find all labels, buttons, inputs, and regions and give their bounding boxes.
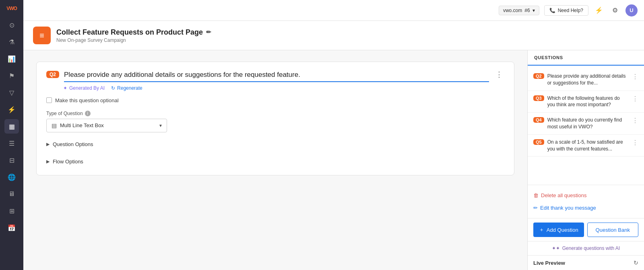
sidebar-item-globe[interactable]: 🌐: [4, 170, 19, 184]
edit-campaign-icon[interactable]: ✏: [206, 29, 211, 36]
sidebar-item-funnels[interactable]: ▽: [4, 85, 19, 100]
q2-menu-icon[interactable]: ⋮: [632, 73, 638, 80]
right-panel: QUESTIONS Q2 Please provide any addition…: [527, 50, 644, 270]
panel-actions: 🗑 Delete all questions ✏ Edit thank you …: [528, 185, 644, 218]
sidebar-item-monitor[interactable]: 🖥: [4, 187, 19, 201]
need-help-button[interactable]: 📞 Need Help?: [544, 5, 588, 16]
editor-panel: Q2 ⋮ ✦ Generated By AI ↻ Regenerate: [23, 50, 527, 270]
live-preview-refresh-icon[interactable]: ↻: [634, 260, 638, 266]
q3-menu-icon[interactable]: ⋮: [632, 95, 638, 103]
domain-selector[interactable]: vwo.com #6 ▾: [499, 6, 539, 15]
q3-badge: Q3: [533, 95, 544, 101]
pencil-icon: ✏: [533, 205, 538, 211]
question-options-header[interactable]: ▶ Question Options: [46, 139, 504, 150]
ai-badge-row: ✦ Generated By AI ↻ Regenerate: [63, 85, 504, 91]
avatar[interactable]: U: [625, 4, 638, 16]
flow-options-section: ▶ Flow Options: [46, 156, 504, 167]
q4-badge: Q4: [533, 117, 544, 123]
activity-icon[interactable]: ⚡: [593, 5, 605, 16]
domain-text: vwo.com: [503, 8, 522, 13]
live-preview-bar: Live Preview ↻: [528, 255, 644, 270]
add-question-row: ＋ Add Question Question Bank: [528, 218, 644, 241]
live-preview-label: Live Preview: [533, 260, 565, 266]
flow-options-arrow: ▶: [46, 159, 50, 164]
question-options-section: ▶ Question Options: [46, 139, 504, 150]
question-text-input[interactable]: [64, 70, 489, 82]
sidebar-item-surveys[interactable]: ▦: [4, 119, 19, 134]
domain-num: #6: [524, 8, 530, 13]
question-item-4[interactable]: Q4 Which feature do you currently find m…: [528, 113, 644, 135]
question-menu-icon[interactable]: ⋮: [494, 70, 504, 79]
q5-menu-icon[interactable]: ⋮: [632, 139, 638, 146]
add-question-button[interactable]: ＋ Add Question: [533, 223, 584, 237]
question-item-5[interactable]: Q5 On a scale of 1-5, how satisfied are …: [528, 135, 644, 157]
content-area: Q2 ⋮ ✦ Generated By AI ↻ Regenerate: [23, 50, 644, 270]
question-badge: Q2: [46, 71, 59, 78]
sidebar-item-schedule[interactable]: 📅: [4, 221, 19, 235]
q2-text: Please provide any additional details or…: [547, 73, 629, 87]
main-area: vwo.com #6 ▾ 📞 Need Help? ⚡ ⚙ U ≡ Collec…: [23, 0, 644, 270]
question-item-3[interactable]: Q3 Which of the following features do yo…: [528, 91, 644, 113]
sidebar-item-calendar[interactable]: ☰: [4, 136, 19, 150]
select-chevron-icon: ▾: [159, 123, 162, 128]
ai-badge: ✦ Generated By AI: [63, 85, 105, 91]
regenerate-button[interactable]: ↻ Regenerate: [111, 85, 142, 91]
ai-sparkle-icon: ✦✦: [552, 245, 560, 251]
q3-text: Which of the following features do you t…: [547, 95, 629, 109]
topnav: vwo.com #6 ▾ 📞 Need Help? ⚡ ⚙ U: [23, 0, 644, 21]
question-card: Q2 ⋮ ✦ Generated By AI ↻ Regenerate: [36, 62, 514, 175]
sidebar: VWO ⊙ ⚗ 📊 ⚑ ▽ ⚡ ▦ ☰ ⊟ 🌐 🖥 ⊞ 📅: [0, 0, 23, 270]
q5-badge: Q5: [533, 139, 544, 145]
sidebar-item-dashboard[interactable]: ⊙: [4, 18, 19, 32]
question-type-select[interactable]: ▤ Multi Line Text Box ▾: [46, 119, 167, 132]
sidebar-item-flags[interactable]: ⚑: [4, 68, 19, 83]
ai-badge-text: Generated By AI: [69, 85, 105, 91]
type-info-icon[interactable]: i: [85, 111, 91, 116]
trash-icon: 🗑: [533, 192, 539, 198]
flow-options-header[interactable]: ▶ Flow Options: [46, 156, 504, 167]
domain-chevron-icon: ▾: [533, 8, 535, 13]
vwo-logo: VWO: [6, 6, 17, 11]
optional-row: Make this question optional: [46, 97, 504, 103]
optional-label: Make this question optional: [55, 97, 119, 103]
questions-panel-header: QUESTIONS: [528, 50, 644, 66]
sidebar-item-testing[interactable]: ⚗: [4, 35, 19, 49]
delete-all-button[interactable]: 🗑 Delete all questions: [533, 190, 586, 201]
sidebar-item-data[interactable]: ⊟: [4, 153, 19, 167]
page-header: ≡ Collect Feature Requests on Product Pa…: [23, 21, 644, 50]
optional-checkbox[interactable]: [46, 97, 52, 103]
question-item-2[interactable]: Q2 Please provide any additional details…: [528, 69, 644, 91]
question-type-label: Type of Question i: [46, 111, 504, 116]
sparkle-icon: ✦: [63, 85, 67, 91]
sidebar-item-lightning[interactable]: ⚡: [4, 102, 19, 117]
campaign-subtitle: New On-page Survey Campaign: [56, 37, 634, 43]
generate-ai-button[interactable]: ✦✦ Generate questions with AI: [552, 245, 620, 251]
multiline-icon: ▤: [52, 122, 57, 129]
phone-icon: 📞: [549, 8, 555, 13]
question-options-arrow: ▶: [46, 142, 50, 147]
campaign-info: Collect Feature Requests on Product Page…: [56, 28, 634, 43]
campaign-title-text: Collect Feature Requests on Product Page: [56, 28, 203, 37]
select-text: Multi Line Text Box: [60, 122, 104, 128]
q4-menu-icon[interactable]: ⋮: [632, 117, 638, 124]
plus-icon: ＋: [539, 226, 544, 233]
campaign-icon: ≡: [33, 27, 51, 44]
q5-text: On a scale of 1-5, how satisfied are you…: [547, 139, 629, 153]
sidebar-item-layers[interactable]: ⊞: [4, 204, 19, 218]
settings-icon[interactable]: ⚙: [609, 5, 621, 16]
refresh-icon: ↻: [111, 85, 115, 91]
generate-ai-row: ✦✦ Generate questions with AI: [528, 241, 644, 255]
q4-text: Which feature do you currently find most…: [547, 117, 629, 130]
edit-thank-you-button[interactable]: ✏ Edit thank you message: [533, 202, 596, 213]
question-bank-button[interactable]: Question Bank: [587, 223, 639, 237]
sidebar-item-insights[interactable]: 📊: [4, 52, 19, 66]
questions-list: Q2 Please provide any additional details…: [528, 66, 644, 185]
question-header: Q2 ⋮: [46, 70, 504, 82]
q2-badge: Q2: [533, 73, 544, 79]
